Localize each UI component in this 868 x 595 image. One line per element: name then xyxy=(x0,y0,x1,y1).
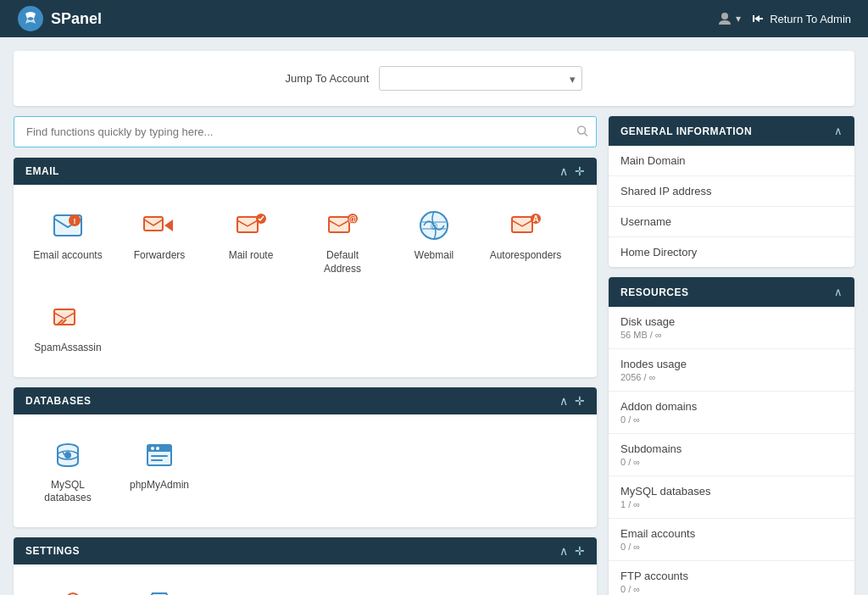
jump-account-label: Jump To Account xyxy=(286,72,370,85)
svg-rect-9 xyxy=(144,217,163,231)
email-move-btn[interactable]: ✛ xyxy=(575,164,585,178)
resources-disk-usage: Disk usage 56 MB / ∞ xyxy=(609,307,854,349)
autoresponders-label: Autoresponders xyxy=(490,249,562,263)
right-panel: GENERAL INFORMATION ∧ Main Domain Shared… xyxy=(609,116,854,595)
change-password-icon xyxy=(49,587,86,595)
settings-section-body: Change password A Language xyxy=(14,564,597,595)
user-icon xyxy=(717,11,732,26)
spamassassin-icon xyxy=(49,299,86,336)
settings-section-title: SETTINGS xyxy=(25,545,80,557)
settings-section: SETTINGS ∧ ✛ xyxy=(14,537,597,595)
main-container: Jump To Account xyxy=(0,37,868,595)
general-info-section: GENERAL INFORMATION ∧ Main Domain Shared… xyxy=(609,116,854,267)
resources-collapse-btn[interactable]: ∧ xyxy=(834,286,843,298)
jump-account-select[interactable] xyxy=(379,66,582,91)
search-icon xyxy=(576,125,588,139)
change-password-item[interactable]: Change password xyxy=(25,578,110,595)
forwarders-label: Forwarders xyxy=(134,249,186,263)
logo-icon xyxy=(17,5,44,32)
resources-ftp-accounts: FTP accounts 0 / ∞ xyxy=(609,561,854,595)
general-info-title: GENERAL INFORMATION xyxy=(620,125,752,137)
email-section-title: EMAIL xyxy=(25,165,59,177)
svg-point-34 xyxy=(151,447,154,450)
left-panel: EMAIL ∧ ✛ xyxy=(14,116,597,595)
autoresponders-icon: A xyxy=(507,207,544,244)
default-address-item[interactable]: @ Default Address xyxy=(300,198,385,284)
general-info-username: Username xyxy=(609,207,854,237)
user-menu[interactable]: ▾ xyxy=(717,11,741,26)
svg-point-0 xyxy=(18,6,43,31)
language-icon: A xyxy=(141,587,178,595)
settings-section-header: SETTINGS ∧ ✛ xyxy=(14,537,597,564)
language-item[interactable]: A Language xyxy=(117,578,202,595)
email-accounts-item[interactable]: ! Email accounts xyxy=(25,198,110,284)
general-info-collapse-btn[interactable]: ∧ xyxy=(834,125,843,137)
databases-section-title: DATABASES xyxy=(25,395,91,407)
forwarders-item[interactable]: Forwarders xyxy=(117,198,202,284)
email-section-header: EMAIL ∧ ✛ xyxy=(14,158,597,185)
mail-route-label: Mail route xyxy=(229,249,274,263)
forwarders-icon xyxy=(141,207,178,244)
databases-section-body: MySQL databases xyxy=(14,414,597,527)
general-info-shared-ip: Shared IP address xyxy=(609,176,854,207)
svg-text:!: ! xyxy=(74,217,76,225)
return-icon xyxy=(751,12,765,25)
svg-point-1 xyxy=(721,13,728,19)
webmail-item[interactable]: @ Webmail xyxy=(392,198,476,284)
mail-route-icon xyxy=(232,207,270,244)
databases-section-header: DATABASES ∧ ✛ xyxy=(14,387,597,414)
jump-account-select-wrap xyxy=(379,66,582,91)
mail-route-item[interactable]: Mail route xyxy=(209,198,293,284)
mysql-databases-label: MySQL databases xyxy=(32,479,103,505)
email-accounts-label: Email accounts xyxy=(33,249,102,263)
resources-addon-domains: Addon domains 0 / ∞ xyxy=(609,392,854,434)
databases-move-btn[interactable]: ✛ xyxy=(575,394,585,408)
databases-collapse-btn[interactable]: ∧ xyxy=(559,394,568,408)
jump-account-bar: Jump To Account xyxy=(14,51,854,106)
general-info-main-domain: Main Domain xyxy=(609,146,854,176)
return-admin-label: Return To Admin xyxy=(770,13,851,25)
default-address-icon: @ xyxy=(324,207,361,244)
autoresponders-item[interactable]: A Autoresponders xyxy=(483,198,568,284)
settings-move-btn[interactable]: ✛ xyxy=(575,544,585,558)
svg-point-35 xyxy=(156,447,159,450)
resources-section: RESOURCES ∧ Disk usage 56 MB / ∞ Inodes … xyxy=(609,277,854,595)
databases-section: DATABASES ∧ ✛ xyxy=(14,387,597,527)
mysql-databases-item[interactable]: MySQL databases xyxy=(25,428,110,514)
mysql-databases-icon xyxy=(49,437,86,474)
svg-text:A: A xyxy=(532,214,538,224)
search-input[interactable] xyxy=(14,116,597,147)
email-section-body: ! Email accounts xyxy=(14,185,597,377)
svg-text:@: @ xyxy=(430,222,437,231)
logo-text: SPanel xyxy=(51,10,102,28)
settings-section-controls: ∧ ✛ xyxy=(559,544,585,558)
contact-email-item[interactable]: Contact Email xyxy=(209,578,293,595)
svg-rect-14 xyxy=(329,217,349,232)
svg-rect-37 xyxy=(151,459,163,461)
return-admin-button[interactable]: Return To Admin xyxy=(751,12,851,25)
svg-rect-20 xyxy=(512,217,532,232)
phpmyadmin-item[interactable]: phpMyAdmin xyxy=(117,428,202,514)
resources-header: RESOURCES ∧ xyxy=(609,277,854,307)
email-collapse-btn[interactable]: ∧ xyxy=(559,164,568,178)
settings-collapse-btn[interactable]: ∧ xyxy=(559,544,568,558)
contact-email-icon xyxy=(232,587,270,595)
spamassassin-item[interactable]: SpamAssassin xyxy=(25,291,110,364)
email-accounts-icon: ! xyxy=(49,207,86,244)
svg-text:@: @ xyxy=(348,214,357,224)
email-section: EMAIL ∧ ✛ xyxy=(14,158,597,377)
resources-subdomains: Subdomains 0 / ∞ xyxy=(609,434,854,476)
svg-rect-2 xyxy=(753,15,754,22)
resources-inodes-usage: Inodes usage 2056 / ∞ xyxy=(609,349,854,392)
general-info-header: GENERAL INFORMATION ∧ xyxy=(609,116,854,146)
webmail-label: Webmail xyxy=(415,249,453,263)
header-right: ▾ Return To Admin xyxy=(717,11,851,26)
databases-section-controls: ∧ ✛ xyxy=(559,394,585,408)
svg-point-30 xyxy=(64,452,71,459)
resources-title: RESOURCES xyxy=(620,286,689,298)
phpmyadmin-icon xyxy=(141,437,178,474)
content-area: EMAIL ∧ ✛ xyxy=(14,116,854,595)
email-section-controls: ∧ ✛ xyxy=(559,164,585,178)
webmail-icon: @ xyxy=(415,207,453,244)
resources-mysql: MySQL databases 1 / ∞ xyxy=(609,476,854,519)
